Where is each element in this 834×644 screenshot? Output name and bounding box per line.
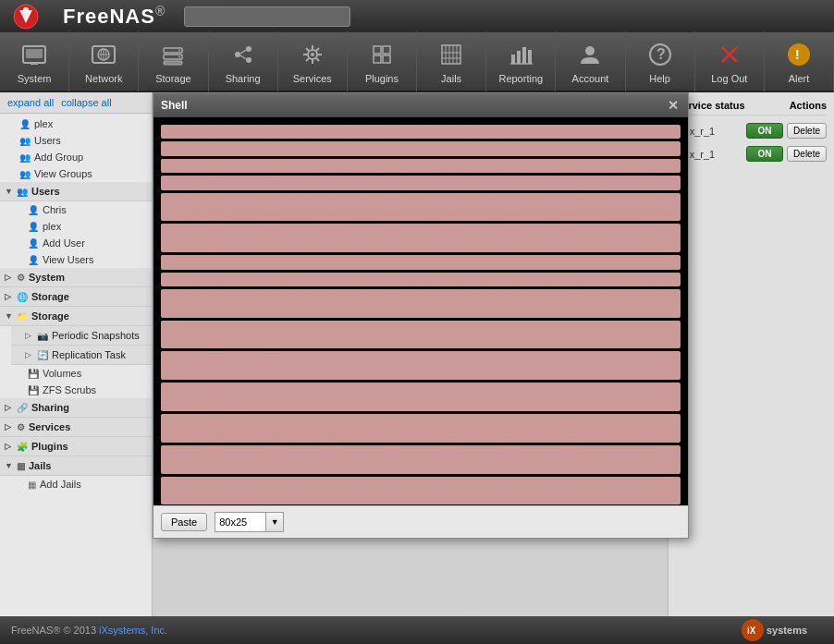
terminal-line: ████████████████████████████████████████… bbox=[161, 289, 681, 318]
users-subgroup: 👤 Chris 👤 plex 👤 Add User 👤 View Use bbox=[0, 201, 152, 268]
users-section-icon: 👥 bbox=[17, 187, 28, 197]
sidebar-section-sharing[interactable]: ▷ 🔗 Sharing bbox=[0, 398, 152, 418]
footer-company-link[interactable]: iXsystems, Inc. bbox=[99, 625, 167, 636]
add-jail-icon: ▦ bbox=[28, 480, 36, 490]
size-input[interactable] bbox=[215, 512, 265, 532]
logout-icon bbox=[715, 40, 744, 69]
nav-item-services[interactable]: Services bbox=[278, 31, 348, 91]
right-panel: Service status Actions plex_r_1 ON Delet… bbox=[668, 92, 834, 616]
delete-button-1[interactable]: Delete bbox=[787, 123, 827, 139]
sidebar-section-system[interactable]: ▷ ⚙ System bbox=[0, 268, 152, 287]
nav-item-storage[interactable]: Storage bbox=[139, 31, 208, 91]
nav-item-reporting[interactable]: Reporting bbox=[486, 31, 556, 91]
sidebar-section-plugins[interactable]: ▷ 🧩 Plugins bbox=[0, 437, 152, 456]
zfs-icon: 💾 bbox=[28, 385, 39, 395]
shell-close-button[interactable]: ✕ bbox=[666, 98, 681, 113]
svg-text:!: ! bbox=[795, 47, 800, 62]
volumes-icon: 💾 bbox=[28, 369, 39, 379]
collapse-icon: ▼ bbox=[5, 311, 14, 321]
service-toggle-1[interactable]: ON bbox=[746, 123, 783, 139]
size-dropdown-button[interactable]: ▼ bbox=[265, 512, 284, 532]
sidebar-item-plex[interactable]: 👤 plex bbox=[11, 218, 152, 235]
sidebar-section-network[interactable]: ▷ 🌐 Storage bbox=[0, 287, 152, 307]
nav-label-account: Account bbox=[572, 73, 609, 84]
footer-logo: iX systems bbox=[740, 617, 823, 643]
nav-bar: System Network Storage bbox=[0, 32, 834, 92]
nav-item-account[interactable]: Account bbox=[556, 31, 625, 91]
top-bar: FreeNAS® bbox=[0, 0, 834, 32]
nav-item-help[interactable]: ? Help bbox=[626, 31, 695, 91]
sidebar-item-view-groups[interactable]: 👥 View Groups bbox=[0, 165, 152, 182]
system-section-icon: ⚙ bbox=[17, 273, 25, 283]
sidebar-item-view-users[interactable]: 👤 View Users bbox=[11, 251, 152, 268]
expand-icon: ▷ bbox=[5, 273, 14, 282]
svg-rect-22 bbox=[374, 46, 381, 54]
terminal-line: ████████████████████████████████████████… bbox=[161, 176, 681, 189]
nav-item-system[interactable]: System bbox=[0, 31, 69, 91]
sidebar-item-chris[interactable]: 👤 Chris bbox=[11, 201, 152, 218]
service-toggle-2[interactable]: ON bbox=[746, 146, 783, 162]
svg-rect-26 bbox=[442, 45, 460, 64]
sidebar-section-label: Services bbox=[29, 421, 70, 432]
sidebar-item-periodic-snapshots[interactable]: ▷ 📷 Periodic Snapshots bbox=[11, 326, 152, 346]
sidebar-section-services[interactable]: ▷ ⚙ Services bbox=[0, 418, 152, 437]
sidebar-section-storage[interactable]: ▼ 📁 Storage bbox=[0, 307, 152, 326]
sidebar-item-plex-user[interactable]: 👤 plex bbox=[0, 115, 152, 132]
terminal-line: ████████████████████████████████████████… bbox=[161, 383, 681, 411]
sidebar-item-label: View Users bbox=[43, 254, 93, 265]
collapse-icon: ▼ bbox=[5, 461, 14, 470]
shell-title-bar: Shell ✕ bbox=[153, 93, 688, 117]
reporting-icon bbox=[506, 40, 535, 69]
svg-point-38 bbox=[585, 46, 595, 55]
nav-label-reporting: Reporting bbox=[498, 73, 543, 84]
content-area: Shell ✕ ████████████████████████████████… bbox=[153, 92, 668, 616]
delete-button-2[interactable]: Delete bbox=[787, 146, 827, 162]
trademark-symbol: ® bbox=[155, 4, 166, 18]
svg-point-14 bbox=[178, 55, 180, 57]
sidebar-item-users-link[interactable]: 👥 Users bbox=[0, 132, 152, 149]
nav-item-sharing[interactable]: Sharing bbox=[209, 31, 278, 91]
sidebar-item-add-group[interactable]: 👥 Add Group bbox=[0, 149, 152, 165]
alert-icon: ! bbox=[784, 40, 814, 69]
nav-item-jails[interactable]: Jails bbox=[417, 31, 486, 91]
main-content: expand all collapse all 👤 plex 👥 Users 👥… bbox=[0, 92, 834, 616]
svg-rect-3 bbox=[26, 49, 43, 58]
terminal-line: ████████████████████████████████████████… bbox=[161, 445, 681, 474]
nav-item-plugins[interactable]: Plugins bbox=[348, 31, 417, 91]
expand-all-link[interactable]: expand all bbox=[7, 97, 54, 108]
sidebar-item-volumes[interactable]: 💾 Volumes bbox=[11, 365, 152, 382]
shell-terminal[interactable]: ████████████████████████████████████████… bbox=[153, 117, 688, 505]
sidebar-item-add-user[interactable]: 👤 Add User bbox=[11, 235, 152, 251]
sidebar-item-zfs-scrubs[interactable]: 💾 ZFS Scrubs bbox=[11, 382, 152, 398]
shell-footer: Paste ▼ bbox=[153, 505, 688, 538]
svg-line-18 bbox=[240, 50, 246, 54]
sidebar-section-label: System bbox=[29, 272, 65, 283]
plugins-section-icon: 🧩 bbox=[17, 442, 28, 452]
jails-icon bbox=[436, 40, 466, 69]
sidebar-section-label: Storage bbox=[31, 310, 69, 322]
sidebar-item-add-jails[interactable]: ▦ Add Jails bbox=[11, 476, 152, 492]
nav-item-alert[interactable]: ! Alert bbox=[765, 31, 834, 91]
search-input[interactable] bbox=[184, 6, 350, 27]
svg-point-21 bbox=[311, 53, 314, 56]
logo-area: FreeNAS® bbox=[9, 3, 166, 30]
nav-item-network[interactable]: Network bbox=[69, 31, 139, 91]
nav-label-network: Network bbox=[85, 73, 122, 84]
terminal-line: ████████████████████████████████████████… bbox=[161, 414, 681, 443]
svg-point-17 bbox=[246, 57, 251, 63]
service-row-2: plex_r_1 ON Delete bbox=[676, 146, 827, 162]
collapse-all-link[interactable]: collapse all bbox=[61, 97, 111, 108]
group-icon: 👥 bbox=[19, 152, 31, 163]
svg-rect-34 bbox=[517, 51, 521, 64]
nav-item-logout[interactable]: Log Out bbox=[695, 31, 765, 91]
paste-button[interactable]: Paste bbox=[161, 513, 207, 531]
sharing-icon bbox=[228, 40, 258, 69]
nav-label-jails: Jails bbox=[441, 73, 461, 84]
sidebar-section-label: Plugins bbox=[31, 441, 68, 452]
terminal-line: ████████████████████████████████████████… bbox=[161, 159, 681, 173]
sidebar-item-replication-task[interactable]: ▷ 🔄 Replication Task bbox=[11, 346, 152, 365]
terminal-line: ████████████████████████████████████████… bbox=[161, 477, 681, 505]
sidebar-section-users[interactable]: ▼ 👥 Users bbox=[0, 182, 152, 201]
nav-label-sharing: Sharing bbox=[226, 73, 261, 84]
sidebar-section-jails[interactable]: ▼ ▦ Jails bbox=[0, 456, 152, 476]
